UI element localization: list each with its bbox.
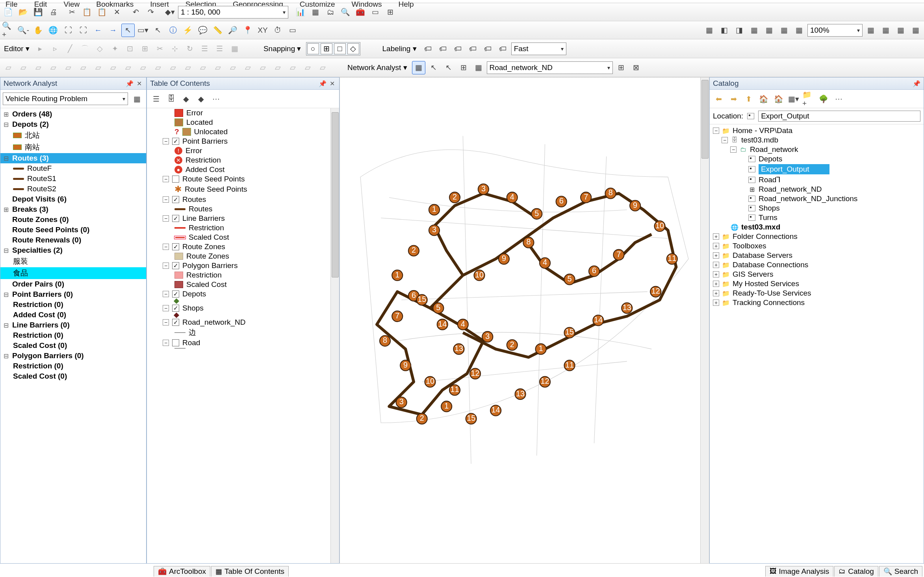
na-item[interactable]: RouteS2 — [0, 184, 146, 194]
menu-windows[interactable]: Windows — [349, 0, 384, 3]
toc-item[interactable]: Error — [147, 108, 339, 118]
na-item[interactable]: ⊟Specialties (2) — [0, 245, 146, 255]
expander-icon[interactable]: − — [163, 215, 169, 222]
na-item[interactable]: 北站 — [0, 129, 146, 141]
find-icon[interactable]: 🔎 — [226, 24, 239, 37]
label-weight-icon[interactable]: 🏷 — [451, 42, 465, 55]
parcel16-icon[interactable]: ▱ — [226, 61, 239, 74]
toc-options-icon[interactable]: ⋯ — [209, 92, 223, 105]
parcel17-icon[interactable]: ▱ — [241, 61, 254, 74]
catalog-item[interactable]: +📁Database Servers — [710, 251, 924, 260]
na-item[interactable]: Restriction (0) — [0, 361, 146, 371]
editor-menu[interactable]: Editor ▾ — [2, 44, 32, 53]
na-directions-icon[interactable]: ▦ — [472, 61, 485, 74]
expander-icon[interactable]: + — [713, 243, 719, 249]
expander-icon[interactable]: ⊟ — [3, 247, 9, 254]
cat-tree-icon[interactable]: 🌳 — [817, 92, 830, 105]
parcel12-icon[interactable]: ▱ — [166, 61, 180, 74]
expander-icon[interactable]: − — [163, 291, 169, 297]
location-input[interactable] — [758, 111, 920, 122]
expander-icon[interactable]: − — [163, 138, 169, 144]
toc-item[interactable] — [147, 313, 339, 318]
tab-image-analysis[interactable]: 🖼 Image Analysis — [765, 566, 834, 577]
layer-checkbox[interactable]: ✓ — [172, 319, 179, 326]
effects4-icon[interactable]: ▦ — [777, 24, 791, 37]
catalog-icon[interactable]: 🗂 — [324, 6, 337, 19]
layer-checkbox[interactable]: ✓ — [172, 138, 179, 145]
fixed-zoom-in-icon[interactable]: ⛶ — [61, 24, 75, 37]
catalog-item[interactable]: Depots — [710, 154, 924, 164]
go-to-xy-icon[interactable]: XY — [256, 24, 269, 37]
expander-icon[interactable]: + — [713, 271, 719, 277]
layer-checkbox[interactable] — [172, 339, 179, 346]
toc-icon[interactable]: ▦ — [309, 6, 322, 19]
expander-icon[interactable]: ⊟ — [3, 121, 9, 128]
toc-item[interactable]: −✓Road_network_ND — [147, 318, 339, 327]
catalog-item[interactable]: +📁Ready-To-Use Services — [710, 288, 924, 298]
na-item[interactable]: Added Cost (0) — [0, 310, 146, 320]
effects3-icon[interactable]: ▦ — [763, 24, 776, 37]
edit-annotation-icon[interactable]: ▹ — [48, 42, 62, 55]
toc-item[interactable]: −✓Line Barriers — [147, 214, 339, 223]
na-item[interactable]: Restriction (0) — [0, 330, 146, 340]
cat-up-icon[interactable]: ⬆ — [742, 92, 755, 105]
catalog-item[interactable]: −📁Home - VRP\Data — [710, 126, 924, 135]
parcel7-icon[interactable]: ▱ — [91, 61, 105, 74]
zoom-in-icon[interactable]: 🔍+ — [2, 24, 15, 37]
catalog-item[interactable]: RoadꞀ — [710, 175, 924, 185]
menu-bookmarks[interactable]: Bookmarks — [94, 0, 136, 3]
georef-icon[interactable]: ▦ — [864, 24, 878, 37]
toc-item[interactable]: ✕Restriction — [147, 155, 339, 165]
menu-customize[interactable]: Customize — [297, 0, 338, 3]
cat-toggle-icon[interactable]: ▦▾ — [787, 92, 800, 105]
layer-checkbox[interactable]: ✓ — [172, 305, 179, 312]
parcel8-icon[interactable]: ▱ — [106, 61, 120, 74]
expander-icon[interactable]: − — [163, 176, 169, 182]
find-route-icon[interactable]: 📍 — [241, 24, 254, 37]
toc-item[interactable]: −✓Polygon Barriers — [147, 261, 339, 270]
toc-item[interactable]: −✓Routes — [147, 195, 339, 204]
na-item[interactable]: RouteS1 — [0, 174, 146, 184]
flicker-icon[interactable]: ◨ — [733, 24, 746, 37]
parcel2-icon[interactable]: ▱ — [17, 61, 30, 74]
full-extent-icon[interactable]: 🌐 — [46, 24, 60, 37]
label-priority-icon[interactable]: 🏷 — [436, 42, 450, 55]
paste-button[interactable]: 📋 — [95, 6, 109, 19]
scroll-thumb[interactable] — [332, 112, 339, 277]
toc-item[interactable]: Restriction — [147, 223, 339, 233]
edit-tool-icon[interactable]: ▸ — [33, 42, 47, 55]
pin-icon[interactable]: 📌 — [126, 80, 134, 87]
layer-checkbox[interactable]: ✓ — [172, 262, 179, 269]
na-item[interactable]: 服装 — [0, 255, 146, 267]
na-item[interactable]: Order Pairs (0) — [0, 279, 146, 289]
expander-icon[interactable]: − — [730, 146, 737, 153]
catalog-item[interactable]: −🗀Road_network — [710, 145, 924, 154]
na-build-icon[interactable]: ⊞ — [614, 61, 628, 74]
network-analyst-menu[interactable]: Network Analyst ▾ — [344, 63, 410, 72]
copy-button[interactable]: 📋 — [80, 6, 94, 19]
parcel9-icon[interactable]: ▱ — [121, 61, 135, 74]
point-icon[interactable]: ✦ — [108, 42, 122, 55]
na-item[interactable]: ⊞Breaks (3) — [0, 204, 146, 215]
hyperlink-icon[interactable]: ⚡ — [181, 24, 195, 37]
parcel19-icon[interactable]: ▱ — [271, 61, 284, 74]
cat-forward-icon[interactable]: ➡ — [727, 92, 740, 105]
close-icon[interactable]: ✕ — [328, 80, 336, 87]
na-solve-icon[interactable]: ⊞ — [457, 61, 470, 74]
na-item[interactable]: Restriction (0) — [0, 300, 146, 310]
labeling-mode-combo[interactable]: Fast ▾ — [511, 43, 566, 55]
menu-help[interactable]: Help — [396, 0, 416, 3]
reshape-icon[interactable]: ⊞ — [138, 42, 152, 55]
create-viewer-icon[interactable]: ▭ — [286, 24, 299, 37]
na-item[interactable]: ⊟Routes (3) — [0, 153, 146, 163]
menu-selection[interactable]: Selection — [183, 0, 219, 3]
toc-item[interactable]: −✓Point Barriers — [147, 137, 339, 146]
catalog-item[interactable]: +📁My Hosted Services — [710, 279, 924, 288]
list-by-source-icon[interactable]: 🗄 — [164, 92, 178, 105]
toc-item[interactable]: ✱Route Seed Points — [147, 184, 339, 195]
redo-button[interactable]: ↷ — [144, 6, 158, 19]
list-by-selection-icon[interactable]: ◆ — [194, 92, 208, 105]
measure-icon[interactable]: 📏 — [211, 24, 225, 37]
catalog-item[interactable]: Shops — [710, 203, 924, 213]
scroll-thumb[interactable] — [701, 80, 709, 159]
